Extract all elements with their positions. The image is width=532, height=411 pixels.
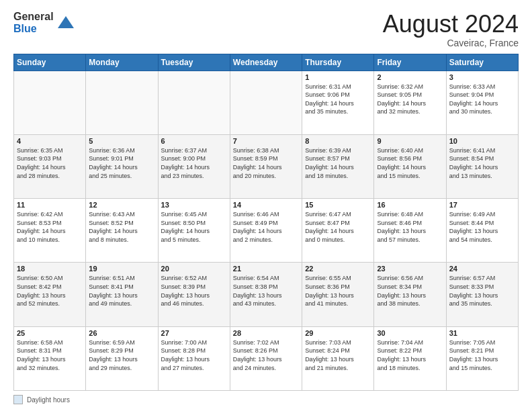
calendar-cell: 10Sunrise: 6:41 AM Sunset: 8:54 PM Dayli…	[446, 134, 518, 198]
day-number: 6	[161, 137, 227, 145]
calendar-cell: 26Sunrise: 6:59 AM Sunset: 8:29 PM Dayli…	[86, 326, 158, 390]
day-info: Sunrise: 6:40 AM Sunset: 8:56 PM Dayligh…	[377, 146, 443, 180]
day-number: 7	[233, 137, 299, 145]
day-info: Sunrise: 6:42 AM Sunset: 8:53 PM Dayligh…	[17, 210, 83, 244]
day-info: Sunrise: 6:33 AM Sunset: 9:04 PM Dayligh…	[449, 83, 515, 116]
day-info: Sunrise: 6:38 AM Sunset: 8:59 PM Dayligh…	[233, 146, 299, 180]
day-number: 30	[377, 329, 443, 337]
calendar-cell: 7Sunrise: 6:38 AM Sunset: 8:59 PM Daylig…	[230, 134, 302, 198]
day-number: 19	[89, 265, 154, 273]
header: General Blue August 2024 Caveirac, Franc…	[13, 11, 519, 48]
day-info: Sunrise: 6:57 AM Sunset: 8:33 PM Dayligh…	[449, 274, 515, 308]
day-number: 9	[377, 137, 443, 145]
day-number: 27	[161, 329, 227, 337]
week-row-3: 18Sunrise: 6:50 AM Sunset: 8:42 PM Dayli…	[14, 263, 519, 326]
calendar-cell: 24Sunrise: 6:57 AM Sunset: 8:33 PM Dayli…	[446, 263, 518, 326]
day-number: 18	[17, 265, 83, 273]
legend-label: Daylight hours	[27, 396, 70, 404]
calendar-cell: 22Sunrise: 6:55 AM Sunset: 8:36 PM Dayli…	[302, 263, 374, 326]
day-number: 11	[17, 201, 83, 209]
day-info: Sunrise: 7:00 AM Sunset: 8:28 PM Dayligh…	[161, 338, 227, 372]
legend-box	[13, 395, 23, 404]
day-number: 14	[233, 201, 299, 209]
week-row-1: 4Sunrise: 6:35 AM Sunset: 9:03 PM Daylig…	[14, 134, 519, 198]
day-number: 31	[449, 329, 515, 337]
logo-icon	[56, 13, 75, 32]
day-info: Sunrise: 6:54 AM Sunset: 8:38 PM Dayligh…	[233, 274, 299, 308]
day-number: 5	[89, 137, 154, 145]
calendar-cell: 8Sunrise: 6:39 AM Sunset: 8:57 PM Daylig…	[302, 134, 374, 198]
calendar-cell: 1Sunrise: 6:31 AM Sunset: 9:06 PM Daylig…	[302, 71, 374, 134]
month-title: August 2024	[383, 11, 519, 38]
calendar-cell: 19Sunrise: 6:51 AM Sunset: 8:41 PM Dayli…	[86, 263, 158, 326]
calendar-cell: 30Sunrise: 7:04 AM Sunset: 8:22 PM Dayli…	[374, 326, 446, 390]
calendar-cell: 9Sunrise: 6:40 AM Sunset: 8:56 PM Daylig…	[374, 134, 446, 198]
calendar-cell: 3Sunrise: 6:33 AM Sunset: 9:04 PM Daylig…	[446, 71, 518, 134]
calendar-cell: 11Sunrise: 6:42 AM Sunset: 8:53 PM Dayli…	[14, 199, 86, 263]
day-info: Sunrise: 6:39 AM Sunset: 8:57 PM Dayligh…	[305, 146, 371, 180]
day-number: 22	[305, 265, 371, 273]
day-info: Sunrise: 6:51 AM Sunset: 8:41 PM Dayligh…	[89, 274, 154, 308]
day-number: 4	[17, 137, 83, 145]
day-number: 10	[449, 137, 515, 145]
day-number: 20	[161, 265, 227, 273]
calendar-cell	[86, 71, 158, 134]
day-info: Sunrise: 6:58 AM Sunset: 8:31 PM Dayligh…	[17, 338, 83, 372]
weekday-header-sunday: Sunday	[14, 54, 86, 71]
calendar-cell: 25Sunrise: 6:58 AM Sunset: 8:31 PM Dayli…	[14, 326, 86, 390]
logo: General Blue	[13, 11, 75, 34]
day-info: Sunrise: 6:41 AM Sunset: 8:54 PM Dayligh…	[449, 146, 515, 180]
weekday-header-wednesday: Wednesday	[230, 54, 302, 71]
day-info: Sunrise: 6:50 AM Sunset: 8:42 PM Dayligh…	[17, 274, 83, 308]
day-number: 2	[377, 73, 443, 81]
calendar-cell: 5Sunrise: 6:36 AM Sunset: 9:01 PM Daylig…	[86, 134, 158, 198]
week-row-4: 25Sunrise: 6:58 AM Sunset: 8:31 PM Dayli…	[14, 326, 519, 390]
day-info: Sunrise: 6:56 AM Sunset: 8:34 PM Dayligh…	[377, 274, 443, 308]
calendar-cell: 17Sunrise: 6:49 AM Sunset: 8:44 PM Dayli…	[446, 199, 518, 263]
calendar-cell: 29Sunrise: 7:03 AM Sunset: 8:24 PM Dayli…	[302, 326, 374, 390]
weekday-header-friday: Friday	[374, 54, 446, 71]
day-info: Sunrise: 6:43 AM Sunset: 8:52 PM Dayligh…	[89, 210, 154, 244]
calendar-cell: 14Sunrise: 6:46 AM Sunset: 8:49 PM Dayli…	[230, 199, 302, 263]
calendar-cell	[230, 71, 302, 134]
day-number: 1	[305, 73, 371, 81]
day-number: 17	[449, 201, 515, 209]
calendar-cell	[158, 71, 230, 134]
calendar-cell: 13Sunrise: 6:45 AM Sunset: 8:50 PM Dayli…	[158, 199, 230, 263]
calendar-cell: 20Sunrise: 6:52 AM Sunset: 8:39 PM Dayli…	[158, 263, 230, 326]
day-info: Sunrise: 6:47 AM Sunset: 8:47 PM Dayligh…	[305, 210, 371, 244]
logo-general: General	[13, 11, 54, 23]
week-row-2: 11Sunrise: 6:42 AM Sunset: 8:53 PM Dayli…	[14, 199, 519, 263]
day-number: 21	[233, 265, 299, 273]
day-info: Sunrise: 6:45 AM Sunset: 8:50 PM Dayligh…	[161, 210, 227, 244]
title-block: August 2024 Caveirac, France	[383, 11, 519, 48]
day-info: Sunrise: 7:02 AM Sunset: 8:26 PM Dayligh…	[233, 338, 299, 372]
calendar-cell: 28Sunrise: 7:02 AM Sunset: 8:26 PM Dayli…	[230, 326, 302, 390]
day-info: Sunrise: 6:52 AM Sunset: 8:39 PM Dayligh…	[161, 274, 227, 308]
footer: Daylight hours	[13, 395, 519, 404]
day-info: Sunrise: 7:03 AM Sunset: 8:24 PM Dayligh…	[305, 338, 371, 372]
day-info: Sunrise: 6:31 AM Sunset: 9:06 PM Dayligh…	[305, 83, 371, 116]
calendar-cell	[14, 71, 86, 134]
day-info: Sunrise: 6:49 AM Sunset: 8:44 PM Dayligh…	[449, 210, 515, 244]
day-info: Sunrise: 6:32 AM Sunset: 9:05 PM Dayligh…	[377, 83, 443, 116]
weekday-header-saturday: Saturday	[446, 54, 518, 71]
svg-marker-0	[58, 16, 74, 28]
day-info: Sunrise: 6:46 AM Sunset: 8:49 PM Dayligh…	[233, 210, 299, 244]
calendar-cell: 15Sunrise: 6:47 AM Sunset: 8:47 PM Dayli…	[302, 199, 374, 263]
weekday-header-row: SundayMondayTuesdayWednesdayThursdayFrid…	[14, 54, 519, 71]
calendar-cell: 31Sunrise: 7:05 AM Sunset: 8:21 PM Dayli…	[446, 326, 518, 390]
calendar-cell: 27Sunrise: 7:00 AM Sunset: 8:28 PM Dayli…	[158, 326, 230, 390]
day-number: 3	[449, 73, 515, 81]
calendar-cell: 16Sunrise: 6:48 AM Sunset: 8:46 PM Dayli…	[374, 199, 446, 263]
day-info: Sunrise: 7:04 AM Sunset: 8:22 PM Dayligh…	[377, 338, 443, 372]
logo-blue: Blue	[13, 23, 54, 35]
day-info: Sunrise: 6:55 AM Sunset: 8:36 PM Dayligh…	[305, 274, 371, 308]
day-info: Sunrise: 6:37 AM Sunset: 9:00 PM Dayligh…	[161, 146, 227, 180]
day-number: 15	[305, 201, 371, 209]
week-row-0: 1Sunrise: 6:31 AM Sunset: 9:06 PM Daylig…	[14, 71, 519, 134]
day-number: 23	[377, 265, 443, 273]
day-info: Sunrise: 6:48 AM Sunset: 8:46 PM Dayligh…	[377, 210, 443, 244]
day-number: 26	[89, 329, 154, 337]
calendar-cell: 23Sunrise: 6:56 AM Sunset: 8:34 PM Dayli…	[374, 263, 446, 326]
